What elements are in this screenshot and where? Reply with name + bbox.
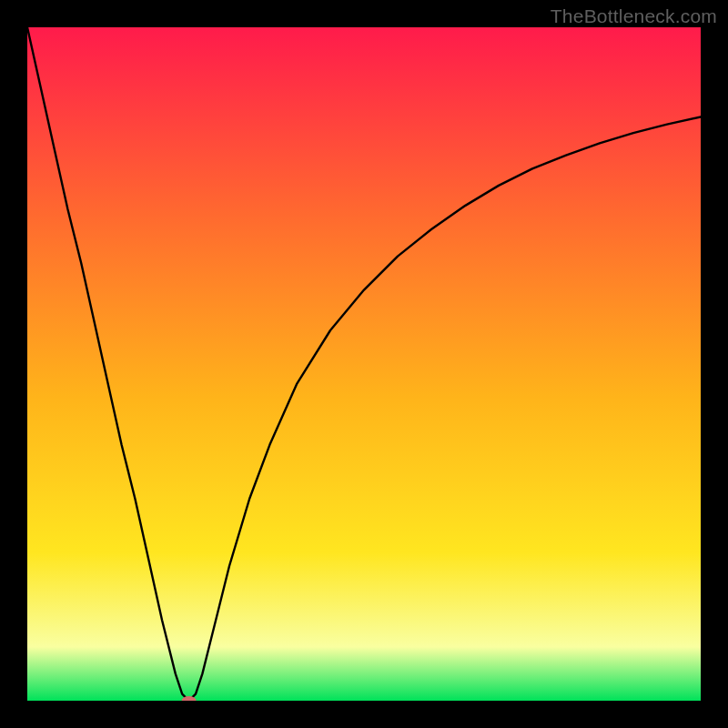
watermark-text: TheBottleneck.com <box>551 5 717 27</box>
plot-area <box>27 27 701 701</box>
chart-svg <box>27 27 701 701</box>
gradient-background <box>27 27 701 701</box>
chart-frame: TheBottleneck.com <box>0 0 728 728</box>
